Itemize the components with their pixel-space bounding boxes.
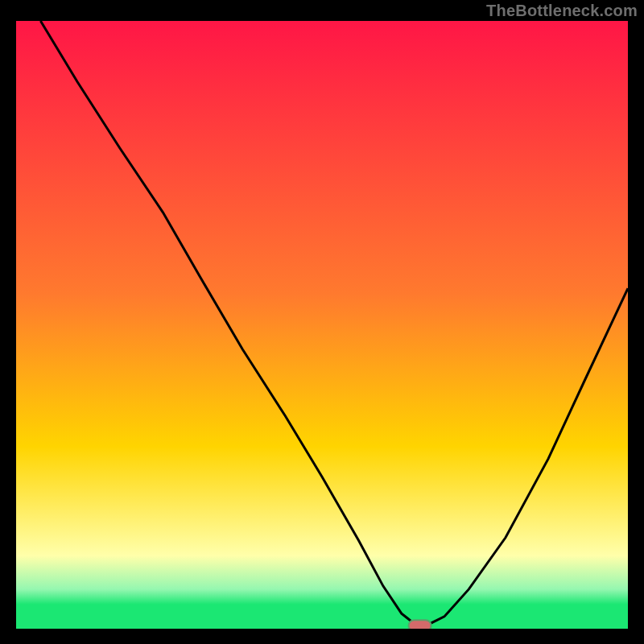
- chart-plot-area: [16, 21, 628, 629]
- watermark-label: TheBottleneck.com: [486, 2, 638, 20]
- optimal-point-marker: [409, 620, 431, 629]
- chart-svg: [16, 21, 628, 629]
- chart-frame: TheBottleneck.com: [0, 0, 644, 644]
- gradient-background: [16, 21, 628, 629]
